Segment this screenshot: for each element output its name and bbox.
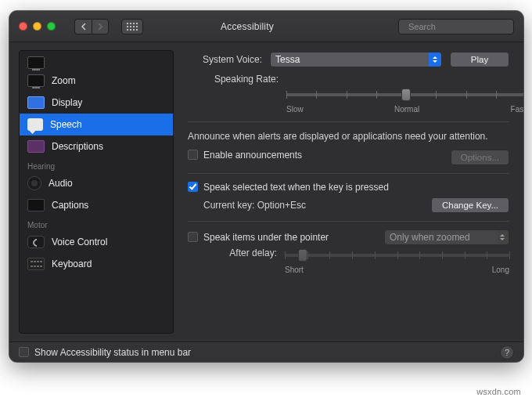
pointer-mode-select[interactable]: Only when zoomed xyxy=(384,229,509,245)
watermark: wsxdn.com xyxy=(476,387,521,396)
speaking-rate-label: Speaking Rate: xyxy=(188,74,279,85)
slider-knob-icon[interactable] xyxy=(401,89,411,101)
checkbox-icon xyxy=(188,232,198,242)
delay-scale: Short Long xyxy=(285,266,509,274)
sidebar-item-label: Speech xyxy=(50,119,82,130)
titlebar: Accessibility xyxy=(9,11,523,42)
minimize-icon[interactable] xyxy=(33,22,41,31)
sidebar-item-zoom[interactable]: Zoom xyxy=(20,70,173,92)
speak-selected-label: Speak selected text when the key is pres… xyxy=(203,182,389,193)
display-icon xyxy=(27,96,45,109)
voice-control-icon xyxy=(27,236,45,248)
sidebar-item-keyboard[interactable]: Keyboard xyxy=(20,253,173,275)
zoom-icon[interactable] xyxy=(47,22,56,31)
play-button[interactable]: Play xyxy=(450,52,509,67)
enable-announcements-checkbox[interactable]: Enable announcements xyxy=(188,150,302,161)
current-key-label: Current key: Option+Esc xyxy=(203,200,306,211)
chevron-left-icon xyxy=(81,23,87,31)
pointer-mode-value: Only when zoomed xyxy=(390,232,470,243)
slider-knob-icon[interactable] xyxy=(298,249,307,262)
sidebar[interactable]: Zoom Display Speech Descriptions Hearing… xyxy=(19,50,174,334)
checkbox-icon xyxy=(188,150,198,160)
system-voice-label: System Voice: xyxy=(188,54,262,65)
updown-arrows-icon xyxy=(429,52,441,67)
speak-pointer-checkbox[interactable]: Speak items under the pointer xyxy=(188,232,329,243)
sidebar-item-voice-control[interactable]: Voice Control xyxy=(20,231,173,253)
sidebar-item-peek[interactable] xyxy=(20,56,173,70)
show-status-checkbox[interactable]: Show Accessibility status in menu bar xyxy=(19,347,191,358)
window-controls xyxy=(19,22,56,31)
system-voice-select[interactable]: Tessa xyxy=(270,52,442,67)
system-voice-value: Tessa xyxy=(275,54,300,65)
checkbox-icon xyxy=(19,347,29,357)
speaking-rate-slider[interactable] xyxy=(286,86,523,103)
change-key-button[interactable]: Change Key... xyxy=(431,197,509,213)
speak-pointer-label: Speak items under the pointer xyxy=(203,232,329,243)
delay-short-label: Short xyxy=(285,266,304,274)
speak-selected-checkbox[interactable]: Speak selected text when the key is pres… xyxy=(188,182,509,193)
rate-normal-label: Normal xyxy=(394,105,419,114)
enable-announcements-label: Enable announcements xyxy=(203,150,302,161)
search-field[interactable] xyxy=(398,19,514,34)
keyboard-icon xyxy=(27,258,45,270)
sidebar-item-label: Display xyxy=(52,97,82,108)
after-delay-label: After delay: xyxy=(203,247,277,258)
sidebar-item-label: Captions xyxy=(52,200,88,211)
section-hearing: Hearing xyxy=(20,157,173,172)
search-input[interactable] xyxy=(408,22,516,31)
zoom-panel-icon xyxy=(27,74,45,87)
sidebar-item-descriptions[interactable]: Descriptions xyxy=(20,135,173,157)
sidebar-item-label: Voice Control xyxy=(52,237,107,247)
accessibility-prefs-window: Accessibility Zoom Display Speech Descri… xyxy=(9,11,523,362)
sidebar-item-audio[interactable]: Audio xyxy=(20,172,173,194)
sidebar-item-display[interactable]: Display xyxy=(20,92,173,114)
checkbox-checked-icon xyxy=(188,182,198,192)
speaker-icon xyxy=(27,176,41,190)
show-status-label: Show Accessibility status in menu bar xyxy=(34,347,191,358)
close-icon[interactable] xyxy=(19,22,27,31)
rate-scale: Slow Normal Fast xyxy=(286,105,523,114)
sidebar-item-speech[interactable]: Speech xyxy=(20,114,173,135)
updown-arrows-icon xyxy=(496,230,509,244)
sidebar-item-label: Keyboard xyxy=(52,258,92,269)
section-motor: Motor xyxy=(20,216,173,231)
announce-note: Announce when alerts are displayed or ap… xyxy=(188,130,509,143)
footer: Show Accessibility status in menu bar ? xyxy=(9,341,523,362)
tv-icon xyxy=(27,56,45,69)
sidebar-item-label: Descriptions xyxy=(52,141,103,152)
window-title: Accessibility xyxy=(102,21,392,32)
delay-long-label: Long xyxy=(492,266,509,274)
settings-pane: System Voice: Tessa Play Speaking Rate: xyxy=(174,42,523,341)
captions-icon xyxy=(27,199,45,211)
rate-slow-label: Slow xyxy=(286,105,304,114)
after-delay-slider[interactable] xyxy=(285,247,509,264)
descriptions-icon xyxy=(27,140,45,153)
sidebar-item-label: Audio xyxy=(49,178,73,189)
announcement-options-button[interactable]: Options... xyxy=(451,150,509,165)
back-button[interactable] xyxy=(74,19,92,34)
sidebar-item-captions[interactable]: Captions xyxy=(20,194,173,216)
rate-fast-label: Fast xyxy=(511,105,523,114)
speech-bubble-icon xyxy=(27,118,43,131)
sidebar-item-label: Zoom xyxy=(52,75,76,86)
help-button[interactable]: ? xyxy=(500,345,514,359)
